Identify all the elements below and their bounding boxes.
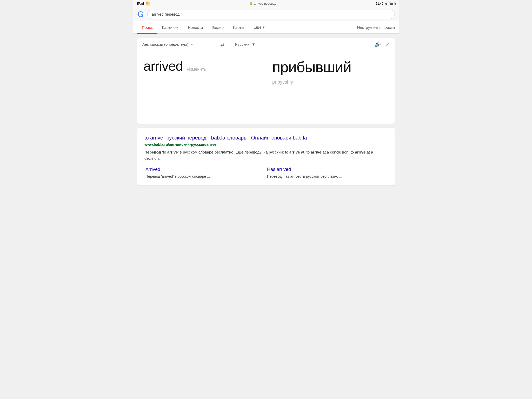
screen-icon: ⊕ [385, 2, 388, 5]
lock-icon: 🔒 [249, 2, 253, 5]
fullscreen-icon[interactable]: ⤢ [385, 41, 390, 48]
main-content: Английский (определено) ▼ ⇄ Русский ▼ 🔊 … [133, 34, 399, 242]
sub-item-arrived: Arrived Перевод 'arrived' в русском слов… [144, 167, 266, 179]
tab-maps[interactable]: Карты [228, 22, 249, 33]
result-sub-items: Arrived Перевод 'arrived' в русском слов… [144, 167, 388, 179]
target-panel: прибывший pribyvshiy [266, 51, 395, 124]
time-display: 21:49 [376, 2, 383, 5]
device-label: iPad [137, 2, 144, 5]
sub-item-has-arrived-desc: Перевод 'has arrived' в русском бесплатн… [267, 174, 387, 179]
status-center: 🔒 arrived перевод [249, 2, 276, 5]
translator-actions: 🔊 ⤢ [369, 41, 395, 48]
result-url: www.babla.ru/английский-русский/arrive [144, 142, 388, 147]
translator-body: arrived Изменить прибывший pribyvshiy [137, 51, 395, 124]
page-url: arrived перевод [254, 2, 276, 5]
source-language-label: Английский (определено) [142, 42, 188, 46]
result-url-bold: arrive [206, 142, 216, 147]
source-panel: arrived Изменить [137, 51, 266, 124]
source-word-area: arrived Изменить [143, 59, 260, 74]
sub-item-has-arrived: Has arrived Перевод 'has arrived' в русс… [266, 167, 388, 179]
source-lang-dropdown-icon: ▼ [190, 43, 194, 46]
translator-header: Английский (определено) ▼ ⇄ Русский ▼ 🔊 … [137, 38, 395, 51]
search-tools-button[interactable]: Инструменты поиска [357, 22, 395, 33]
tab-video[interactable]: Видео [208, 22, 228, 33]
snippet-bold-arrive2: arrive [289, 150, 300, 154]
tab-more[interactable]: Ещё ▾ [249, 21, 269, 33]
translator-card: Английский (определено) ▼ ⇄ Русский ▼ 🔊 … [137, 38, 395, 124]
result-card: to arrive- русский перевод - bab.la слов… [137, 128, 395, 185]
transliteration: pribyvshiy [272, 79, 389, 85]
source-language-selector[interactable]: Английский (определено) ▼ [137, 38, 215, 51]
status-bar: iPad 📶 🔒 arrived перевод 21:49 ⊕ [133, 0, 399, 7]
target-language-selector[interactable]: Русский ▼ [230, 38, 369, 51]
swap-icon: ⇄ [220, 42, 225, 47]
status-left: iPad 📶 [137, 2, 150, 5]
tab-images[interactable]: Картинки [157, 22, 183, 33]
swap-languages-button[interactable]: ⇄ [215, 38, 230, 51]
tab-news[interactable]: Новости [183, 22, 208, 33]
battery-icon [389, 2, 395, 5]
status-right: 21:49 ⊕ [376, 2, 395, 5]
snippet-bold-perevo: Перевод [144, 150, 161, 154]
search-input[interactable] [147, 10, 395, 19]
result-snippet: Перевод 'to arrive' в русском словаре бе… [144, 149, 388, 162]
snippet-bold-arrive3: arrive [311, 150, 321, 154]
listen-icon[interactable]: 🔊 [375, 41, 381, 48]
edit-link[interactable]: Изменить [187, 67, 206, 71]
wifi-icon: 📶 [145, 2, 150, 5]
google-logo-letter: G [137, 9, 144, 19]
result-title-link[interactable]: to arrive- русский перевод - bab.la слов… [144, 134, 388, 141]
sub-item-arrived-title[interactable]: Arrived [145, 167, 265, 172]
sub-item-has-arrived-title[interactable]: Has arrived [267, 167, 387, 172]
snippet-bold-arrive4: arrive [355, 150, 365, 154]
sub-item-arrived-desc: Перевод 'arrived' в русском словаре ... [145, 174, 265, 179]
translated-word: прибывший [272, 59, 389, 75]
result-url-base: www.babla.ru/английский-русский/ [144, 142, 206, 147]
target-lang-dropdown-icon: ▼ [252, 42, 256, 46]
source-word: arrived [143, 58, 183, 74]
tab-search[interactable]: Поиск [137, 22, 157, 33]
target-language-label: Русский [235, 42, 250, 46]
snippet-bold-arrive1: arrive [167, 150, 178, 154]
nav-tabs: Поиск Картинки Новости Видео Карты Ещё ▾… [133, 21, 399, 34]
search-bar: G [133, 7, 399, 21]
